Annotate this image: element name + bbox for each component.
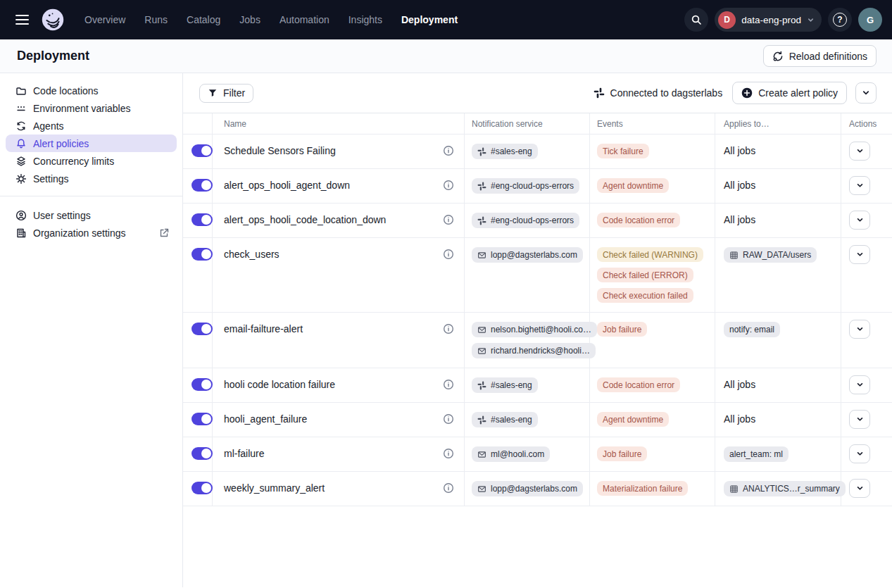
user-icon (15, 210, 27, 221)
name-column-header: Name (213, 113, 465, 134)
policy-enabled-toggle[interactable] (191, 213, 213, 226)
more-actions-button[interactable] (855, 82, 877, 104)
policy-enabled-toggle[interactable] (191, 378, 213, 391)
sidebar-item-environment-variables[interactable]: Environment variables (6, 99, 177, 117)
help-icon[interactable]: ? (828, 8, 852, 32)
sidebar-item-label: Alert policies (33, 138, 89, 149)
applies-to-cell: notify: email (715, 313, 841, 368)
policy-enabled-toggle[interactable] (191, 179, 213, 192)
external-link-icon (158, 227, 170, 239)
sidebar-item-alert-policies[interactable]: Alert policies (6, 135, 177, 152)
applies-to-value: All jobs (724, 178, 755, 192)
policy-enabled-toggle[interactable] (191, 413, 213, 425)
applies-to-pill: alert_team: ml (724, 446, 789, 462)
slack-icon (477, 216, 486, 225)
sidebar-item-code-locations[interactable]: Code locations (6, 82, 177, 99)
deployment-switcher[interactable]: D data-eng-prod (715, 8, 822, 32)
row-actions-menu-button[interactable] (849, 211, 870, 230)
applies-to-value: All jobs (724, 213, 755, 227)
nav-item-deployment[interactable]: Deployment (401, 14, 458, 25)
chevron-down-icon (856, 216, 864, 224)
events-cell: Code location error (590, 368, 715, 402)
table-row: alert_ops_hooli_agent_down #eng-cloud-op… (183, 169, 892, 204)
policy-name: check_users (224, 247, 279, 261)
search-icon[interactable] (684, 8, 708, 32)
deployment-sidebar: Code locations Environment variables Age… (0, 73, 183, 587)
info-icon[interactable] (443, 247, 454, 260)
nav-item-automation[interactable]: Automation (279, 14, 329, 25)
sidebar-item-user-settings[interactable]: User settings (6, 206, 177, 224)
create-alert-policy-button[interactable]: Create alert policy (732, 82, 847, 104)
sidebar-item-label: Concurrency limits (33, 156, 114, 167)
table-row: Schedule Sensors Failing #sales-eng Tick… (183, 135, 892, 169)
policy-name: alert_ops_hooli_agent_down (224, 178, 350, 192)
notification-service-cell: lopp@dagsterlabs.com (465, 238, 590, 312)
row-actions-menu-button[interactable] (849, 245, 870, 264)
chevron-down-icon (856, 251, 864, 258)
row-actions-menu-button[interactable] (849, 444, 870, 463)
user-avatar[interactable]: G (858, 8, 882, 32)
policy-enabled-toggle[interactable] (191, 323, 213, 335)
notification-pill: #eng-cloud-ops-errors (472, 178, 579, 194)
email-icon (477, 251, 486, 260)
sidebar-item-label: Settings (33, 173, 69, 184)
notification-service-cell: #eng-cloud-ops-errors (465, 204, 590, 237)
hamburger-menu-icon[interactable] (10, 8, 34, 32)
env-vars-icon (15, 103, 27, 114)
reload-icon (772, 51, 784, 62)
sidebar-item-label: Agents (33, 120, 64, 132)
applies-to-cell: All jobs (715, 135, 841, 168)
policy-enabled-toggle[interactable] (191, 248, 213, 261)
info-icon[interactable] (443, 178, 454, 191)
actions-column-header: Actions (841, 113, 892, 134)
info-icon[interactable] (443, 144, 454, 156)
email-icon (477, 325, 486, 334)
events-cell: Code location error (590, 204, 715, 237)
nav-item-catalog[interactable]: Catalog (187, 14, 220, 25)
events-cell: Check failed (WARNING)Check failed (ERRO… (590, 238, 715, 312)
nav-item-overview[interactable]: Overview (84, 14, 125, 25)
info-icon[interactable] (443, 322, 454, 334)
sidebar-item-settings[interactable]: Settings (6, 170, 177, 187)
policy-enabled-toggle[interactable] (191, 482, 213, 494)
sidebar-item-concurrency-limits[interactable]: Concurrency limits (6, 152, 177, 170)
table-row: email-failture-alert nelson.bighetti@hoo… (183, 313, 892, 368)
row-actions-menu-button[interactable] (849, 410, 870, 429)
sidebar-item-organization-settings[interactable]: Organization settings (6, 224, 177, 242)
event-badge: Code location error (597, 377, 680, 392)
info-icon[interactable] (443, 412, 454, 425)
alert-policies-toolbar: Filter Connected to dagsterlabs Create a… (183, 73, 892, 113)
info-icon[interactable] (443, 213, 454, 225)
asset-table-icon (729, 484, 739, 494)
nav-item-runs[interactable]: Runs (144, 14, 168, 25)
filter-funnel-icon (208, 88, 218, 98)
info-icon[interactable] (443, 481, 454, 494)
notification-service-cell: #sales-eng (465, 368, 590, 402)
email-icon (477, 346, 486, 356)
chevron-down-icon (856, 325, 864, 333)
sidebar-item-agents[interactable]: Agents (6, 117, 177, 135)
notification-pill: lopp@dagsterlabs.com (472, 481, 583, 496)
row-actions-menu-button[interactable] (849, 479, 870, 498)
info-icon[interactable] (443, 446, 454, 459)
nav-item-insights[interactable]: Insights (348, 14, 382, 25)
row-actions-menu-button[interactable] (849, 142, 870, 161)
nav-item-jobs[interactable]: Jobs (239, 14, 260, 25)
applies-column-header: Applies to… (715, 113, 841, 134)
dagster-logo-icon[interactable] (39, 6, 66, 33)
notification-pill: richard.hendricks@hooli… (472, 343, 596, 358)
slack-icon (477, 381, 486, 390)
reload-definitions-button[interactable]: Reload definitions (763, 45, 877, 67)
row-actions-menu-button[interactable] (849, 375, 870, 394)
policy-enabled-toggle[interactable] (191, 144, 213, 157)
table-row: weekly_summary_alert lopp@dagsterlabs.co… (183, 472, 892, 506)
page-header: Deployment Reload definitions (0, 39, 892, 73)
sidebar-item-label: Environment variables (33, 103, 131, 114)
filter-button[interactable]: Filter (199, 84, 253, 103)
slack-icon (477, 415, 486, 425)
applies-to-pill: ANALYTICS…r_summary (724, 481, 846, 496)
row-actions-menu-button[interactable] (849, 176, 870, 195)
row-actions-menu-button[interactable] (849, 320, 870, 339)
policy-enabled-toggle[interactable] (191, 447, 213, 460)
info-icon[interactable] (443, 377, 454, 390)
